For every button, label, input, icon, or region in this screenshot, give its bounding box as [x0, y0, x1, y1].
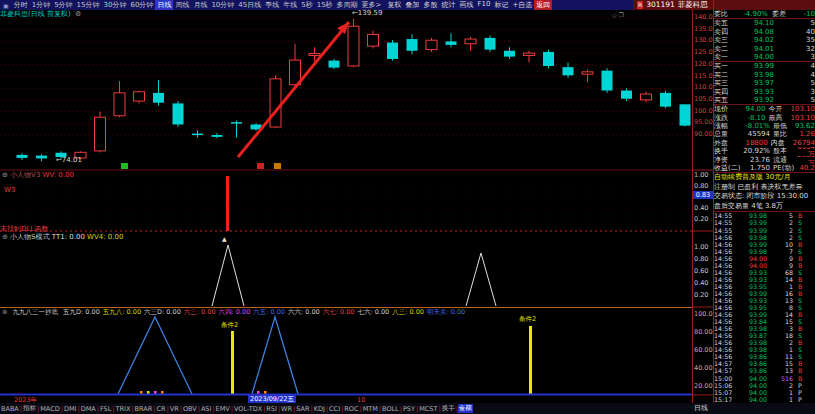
menu-button-3[interactable]: 统计 [439, 0, 457, 10]
bottom-tab-psy[interactable]: PSY [402, 405, 416, 413]
info-value: 1.750 [741, 164, 770, 172]
bottom-tab-trix[interactable]: TRIX [114, 405, 131, 413]
pane3-indicator-label[interactable]: ⊕ 九九八三一抄底 五九D: 0.00五九八: 0.00六三D: 0.00六三:… [2, 308, 471, 317]
bottom-tab-dma[interactable]: DMA [80, 405, 97, 413]
bottom-tab-vol-tdx[interactable]: VOL-TDX [233, 405, 263, 413]
menu-button-1[interactable]: 叠加 [403, 0, 421, 10]
tick-flag: B [798, 276, 802, 283]
menu-button-6[interactable]: 标记 [492, 0, 510, 10]
tick-price: 93.98 [739, 325, 767, 332]
bottom-tab-fsl[interactable]: FSL [99, 405, 112, 413]
bottom-tab-cci[interactable]: CCI [328, 405, 341, 413]
menu-tab-0[interactable]: 分时 [12, 0, 30, 10]
tick-price: 93.98 [739, 346, 767, 353]
bottom-tab-mtm[interactable]: MTM [362, 405, 379, 413]
tick-row: 14:5693.9914B [714, 311, 815, 318]
bottom-tab-金额[interactable]: 金额 [458, 404, 473, 413]
indicator-pane2-canvas[interactable] [0, 232, 692, 308]
tick-flag: B [798, 311, 802, 318]
bottom-tab-kdj[interactable]: KDJ [313, 405, 326, 413]
menu-tab-11[interactable]: 季线 [263, 0, 281, 10]
window-icon[interactable]: ▣ [0, 2, 12, 9]
info-row-3: 总量45594量比1.26 [714, 130, 815, 138]
scale-label: 0.40 [694, 205, 715, 212]
info-label: 最高 [769, 114, 791, 122]
bottom-tab-dmi[interactable]: DMI [63, 405, 78, 413]
bottom-tab-指标[interactable]: 指标 [22, 404, 37, 413]
bottom-tab-sar[interactable]: SAR [295, 405, 310, 413]
timeline-date-highlight: 2023/09/22五 [248, 395, 296, 403]
pane1-indicator-label[interactable]: ⊕ 小人物V3 WV: 0.00 [2, 171, 74, 179]
menu-button-2[interactable]: 多股 [421, 0, 439, 10]
tick-list[interactable]: 14:5593.985B14:5593.992S14:5593.992S14:5… [714, 212, 815, 402]
indicator-settings-icon[interactable]: ⊕ [2, 308, 7, 316]
tick-price: 93.86 [739, 360, 767, 367]
bottom-tab-boll[interactable]: BOLL [381, 405, 400, 413]
tick-volume: 18 [767, 332, 793, 339]
menu-tab-10[interactable]: 45日线 [236, 0, 263, 10]
scale-label: 60.00 [694, 347, 715, 354]
tick-time: 14:56 [714, 297, 739, 304]
header-window-icons[interactable]: ◇ ❐ [612, 10, 624, 19]
bid-row-1: 买二93.984 [714, 71, 815, 79]
pane2-value-2: WV4: 0.00 [87, 233, 123, 241]
tick-price: 94.00 [739, 255, 767, 262]
bottom-tab-macd[interactable]: MACD [39, 405, 60, 413]
tick-volume: 14 [767, 311, 793, 318]
bottom-tab-wr[interactable]: WR [280, 405, 293, 413]
tick-flag: B [798, 360, 802, 367]
ask-price: 94.08 [734, 28, 774, 36]
menu-button-8[interactable]: 返回 [534, 0, 552, 10]
peak-marker-icon: ▲ [222, 235, 227, 242]
tick-price: 93.95 [739, 283, 767, 290]
bottom-tab-obv[interactable]: OBV [182, 405, 198, 413]
menu-tab-7[interactable]: 周线 [173, 0, 191, 10]
info-value: 6934万 [795, 147, 815, 155]
menu-tab-13[interactable]: 5秒 [299, 0, 314, 10]
tick-flag: S [798, 346, 802, 353]
bottom-tab-rsi[interactable]: RSI [265, 405, 278, 413]
menu-tab-2[interactable]: 5分钟 [52, 0, 74, 10]
ask-label: 卖二 [714, 45, 734, 53]
info-row-7: 收益(二)1.750PE(动)40.2 [714, 164, 815, 172]
indicator-settings-icon[interactable]: ⊕ [2, 171, 8, 179]
menu-tab-1[interactable]: 1分钟 [30, 0, 52, 10]
scale-label: 100.0 [694, 108, 715, 115]
bottom-tab-vr[interactable]: VR [169, 405, 180, 413]
chart-title: 菲菱科思(日线 前复权) [0, 10, 71, 18]
menu-button-5[interactable]: F10 [475, 0, 492, 10]
indicator-settings-icon[interactable]: ⊕ [2, 233, 8, 241]
menu-button-0[interactable]: 复权 [385, 0, 403, 10]
bottom-tab-brar[interactable]: BRAR [134, 405, 154, 413]
info-label: 股本 [773, 147, 795, 155]
menu-tab-14[interactable]: 15秒 [315, 0, 335, 10]
bid-price: 93.98 [734, 71, 774, 79]
bottom-tab-baba[interactable]: BABA [0, 405, 20, 413]
menu-button-7[interactable]: +自选 [510, 0, 534, 10]
indicator-pane3-canvas[interactable] [0, 308, 692, 396]
menu-tab-5[interactable]: 60分钟 [128, 0, 155, 10]
menu-button-4[interactable]: 画线 [457, 0, 475, 10]
scale-label: 110.0 [694, 84, 715, 91]
bottom-tab-asi[interactable]: ASI [200, 405, 213, 413]
scale-label: 105.0 [694, 96, 715, 103]
bottom-tab-mcst[interactable]: MCST [418, 405, 438, 413]
pane3-value-7: 六七: 0.00 [323, 308, 355, 316]
menu-tab-6[interactable]: 日线 [155, 0, 173, 10]
weibi-label: 委比 [714, 10, 734, 18]
bottom-tab-roc[interactable]: ROC [343, 405, 359, 413]
pane2-indicator-label[interactable]: ⊕ 小人物S模式 TT1: 0.00 WV4: 0.00 [2, 233, 123, 241]
gear-icon[interactable]: ⚙ [75, 10, 81, 18]
tick-row: 14:5693.951B [714, 283, 815, 290]
bottom-tab-emv[interactable]: EMV [215, 405, 231, 413]
main-chart-canvas[interactable] [0, 19, 692, 170]
menu-tab-3[interactable]: 15分钟 [75, 0, 102, 10]
menu-tab-9[interactable]: 10分钟 [209, 0, 236, 10]
bottom-tab-换手[interactable]: 换手 [441, 404, 456, 413]
bottom-tab-cr[interactable]: CR [155, 405, 166, 413]
tick-time: 15:00 [714, 375, 739, 382]
menu-tab-12[interactable]: 年线 [281, 0, 299, 10]
menu-tab-8[interactable]: 月线 [191, 0, 209, 10]
indicator-pane1-canvas[interactable] [0, 171, 692, 232]
menu-tab-4[interactable]: 30分钟 [102, 0, 129, 10]
